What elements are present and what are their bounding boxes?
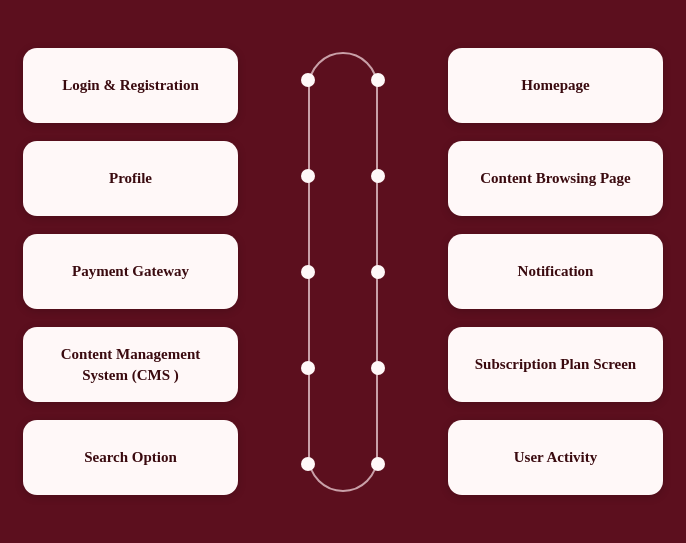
node-content-browsing: Content Browsing Page — [448, 141, 663, 216]
dot-right-2 — [371, 169, 385, 183]
right-column: Homepage Content Browsing Page Notificat… — [448, 48, 663, 495]
center-connector — [283, 32, 403, 512]
dot-left-1 — [301, 73, 315, 87]
dot-left-2 — [301, 169, 315, 183]
node-search-option: Search Option — [23, 420, 238, 495]
oval-track — [308, 52, 378, 492]
dot-left-5 — [301, 457, 315, 471]
node-notification: Notification — [448, 234, 663, 309]
dot-right-4 — [371, 361, 385, 375]
node-login-registration: Login & Registration — [23, 48, 238, 123]
node-cms: Content Management System (CMS ) — [23, 327, 238, 402]
dot-left-4 — [301, 361, 315, 375]
dot-left-3 — [301, 265, 315, 279]
dots-right — [371, 32, 385, 512]
diagram-container: Login & Registration Profile Payment Gat… — [23, 22, 663, 522]
node-subscription-plan: Subscription Plan Screen — [448, 327, 663, 402]
dot-right-1 — [371, 73, 385, 87]
dots-left — [301, 32, 315, 512]
node-user-activity: User Activity — [448, 420, 663, 495]
left-column: Login & Registration Profile Payment Gat… — [23, 48, 238, 495]
dot-right-5 — [371, 457, 385, 471]
dot-right-3 — [371, 265, 385, 279]
node-homepage: Homepage — [448, 48, 663, 123]
node-payment-gateway: Payment Gateway — [23, 234, 238, 309]
node-profile: Profile — [23, 141, 238, 216]
